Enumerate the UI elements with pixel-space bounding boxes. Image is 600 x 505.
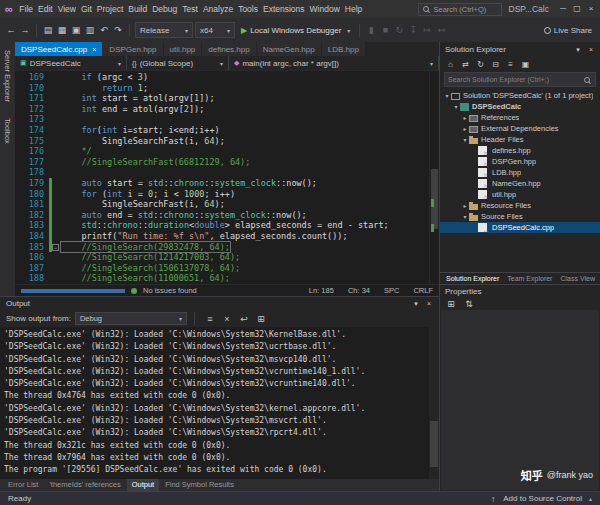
collapse-all-icon[interactable]: ⊟ xyxy=(491,60,500,69)
forward-icon[interactable]: → xyxy=(19,25,31,35)
back-icon[interactable]: ← xyxy=(5,25,17,35)
chevron-down-icon[interactable]: ▾ xyxy=(443,92,451,99)
tree-item-header-files[interactable]: ▾Header Files xyxy=(440,134,600,145)
chevron-down-icon[interactable]: ▾ xyxy=(461,213,469,220)
categorized-icon[interactable]: ⊞ xyxy=(445,299,457,309)
tree-item-external-dependencies[interactable]: ▸External Dependencies xyxy=(440,123,600,134)
tab-ldb-hpp[interactable]: LDB.hpp xyxy=(322,42,365,56)
chevron-right-icon[interactable]: ▸ xyxy=(461,125,469,132)
code-line[interactable]: 170 return 1; xyxy=(15,83,439,94)
maximize-icon[interactable]: ▢ xyxy=(570,1,584,17)
start-debugging-button[interactable]: ▶ Local Windows Debugger ▾ xyxy=(237,26,354,35)
chevron-right-icon[interactable]: ▸ xyxy=(461,114,469,121)
nav-scope-dropdown[interactable]: {} (Global Scope) ▾ xyxy=(127,56,229,70)
window-position-icon[interactable]: ▾ xyxy=(574,46,582,54)
chevron-down-icon[interactable]: ▾ xyxy=(452,103,460,110)
panel-tab-class-view[interactable]: Class View xyxy=(559,273,596,285)
code-line[interactable]: 187 //SingleSearch(1506137078, 64); xyxy=(15,263,439,274)
close-panel-icon[interactable]: × xyxy=(425,300,433,307)
side-tab-server-explorer[interactable]: Server Explorer xyxy=(3,50,12,102)
new-file-icon[interactable]: ▤ xyxy=(42,25,54,35)
save-all-icon[interactable]: ▥ xyxy=(84,25,96,35)
output-source-dropdown[interactable]: Debug ▾ xyxy=(75,312,187,325)
add-to-source-control-button[interactable]: Add to Source Control xyxy=(503,494,582,503)
nav-member-dropdown[interactable]: ◆ main(int argc, char * argv[]) ▾ xyxy=(229,56,439,70)
menu-help[interactable]: Help xyxy=(342,3,364,15)
tree-item-resource-files[interactable]: ▸Resource Files xyxy=(440,200,600,211)
show-all-files-icon[interactable]: ≡ xyxy=(506,60,515,69)
nav-project-dropdown[interactable]: ▣ DSPSeedCalc ▾ xyxy=(15,56,127,70)
messages-icon[interactable]: ≡ xyxy=(204,314,216,324)
column-indicator[interactable]: Ch: 34 xyxy=(348,286,370,295)
chevron-down-icon[interactable]: ▾ xyxy=(461,136,469,143)
menu-test[interactable]: Test xyxy=(180,3,201,15)
spaces-indicator[interactable]: SPC xyxy=(384,286,399,295)
panel-tab-themeids-references[interactable]: 'themeIds' references xyxy=(44,479,125,491)
side-tab-toolbox[interactable]: Toolbox xyxy=(3,118,12,144)
tab-dspgen-hpp[interactable]: DSPGen.hpp xyxy=(103,42,162,56)
home-icon[interactable]: ⌂ xyxy=(446,60,455,69)
menu-debug[interactable]: Debug xyxy=(150,3,180,15)
code-line[interactable]: 188 //SingleSearch(11000651, 64); xyxy=(15,273,439,284)
tab-namegen-hpp[interactable]: NameGen.hpp xyxy=(257,42,321,56)
menu-window[interactable]: Window xyxy=(307,3,342,15)
code-line[interactable]: 175 SingleSearchFast(i, 64); xyxy=(15,136,439,147)
menu-git[interactable]: Git xyxy=(78,3,94,15)
menu-project[interactable]: Project xyxy=(94,3,125,15)
live-share-button[interactable]: Live Share xyxy=(544,26,595,35)
tab-util-hpp[interactable]: util.hpp xyxy=(164,42,202,56)
sync-active-document-icon[interactable]: ▣ xyxy=(521,60,530,69)
minimize-icon[interactable]: ─ xyxy=(556,1,570,17)
menu-extensions[interactable]: Extensions xyxy=(260,3,307,15)
tree-item-source-files[interactable]: ▾Source Files xyxy=(440,211,600,222)
scrollbar-thumb[interactable] xyxy=(430,421,438,467)
tab-dspseedcalc-cpp[interactable]: DSPSeedCalc.cpp× xyxy=(15,42,102,56)
save-icon[interactable]: ▣ xyxy=(70,25,82,35)
switch-views-icon[interactable]: ⇄ xyxy=(461,60,470,69)
solution-explorer-search[interactable]: Search Solution Explorer (Ctrl+;) xyxy=(444,72,596,87)
panel-tab-find-symbol-results[interactable]: Find Symbol Results xyxy=(160,479,239,491)
code-line[interactable]: 180 for (int i = 0; i < 1000; i++) xyxy=(15,189,439,200)
code-line[interactable]: 173 xyxy=(15,114,439,125)
code-line[interactable]: 177 //SingleSearchFast(66812129, 64); xyxy=(15,157,439,168)
code-line[interactable]: 182 auto end = std::chrono::system_clock… xyxy=(15,210,439,221)
code-line[interactable]: 183 std::chrono::duration<double> elapse… xyxy=(15,220,439,231)
code-line[interactable]: 172 int end = atol(argv[2]); xyxy=(15,104,439,115)
menu-view[interactable]: View xyxy=(55,3,78,15)
close-icon[interactable]: × xyxy=(584,1,598,17)
code-line[interactable]: 179 auto start = std::chrono::system_clo… xyxy=(15,178,439,189)
menu-tools[interactable]: Tools xyxy=(236,3,261,15)
code-line[interactable]: 186 //SingleSearch(1214217003, 64); xyxy=(15,252,439,263)
code-editor[interactable]: 169 if (argc < 3)170 return 1;171 int st… xyxy=(15,71,439,284)
menu-edit[interactable]: Edit xyxy=(36,3,56,15)
quick-search-box[interactable]: Search (Ctrl+Q) xyxy=(418,3,502,16)
tab-defines-hpp[interactable]: defines.hpp xyxy=(202,42,255,56)
chevron-right-icon[interactable]: ▸ xyxy=(461,202,469,209)
alphabetical-icon[interactable]: ⇅ xyxy=(463,299,475,309)
code-line[interactable]: 178 xyxy=(15,167,439,178)
code-line[interactable]: 169 if (argc < 3) xyxy=(15,72,439,83)
panel-tab-solution-explorer[interactable]: Solution Explorer xyxy=(445,273,500,285)
output-text-area[interactable]: 'DSPSeedCalc.exe' (Win32): Loaded 'C:\Wi… xyxy=(0,327,439,479)
horizontal-scrollbar[interactable] xyxy=(21,289,125,293)
panel-tab-error-list[interactable]: Error List xyxy=(3,479,43,491)
tree-item-solution-dspseedcalc-1-of-1-project[interactable]: ▾Solution 'DSPSeedCalc' (1 of 1 project) xyxy=(440,90,600,101)
line-ending-indicator[interactable]: CRLF xyxy=(413,286,433,295)
window-position-icon[interactable]: ▾ xyxy=(412,300,420,308)
menu-build[interactable]: Build xyxy=(126,3,150,15)
tree-item-ldb-hpp[interactable]: LDB.hpp xyxy=(440,167,600,178)
clear-all-icon[interactable]: × xyxy=(221,314,233,324)
fold-marker[interactable]: − xyxy=(52,244,59,251)
platform-dropdown[interactable]: x64 ▾ xyxy=(195,22,235,38)
tree-item-dspseedcalc[interactable]: ▾DSPSeedCalc xyxy=(440,101,600,112)
tree-item-dspseedcalc-cpp[interactable]: DSPSeedCalc.cpp xyxy=(440,222,600,233)
word-wrap-icon[interactable]: ↩ xyxy=(238,314,250,324)
menu-analyze[interactable]: Analyze xyxy=(200,3,235,15)
code-line[interactable]: 171 int start = atol(argv[1]); xyxy=(15,93,439,104)
output-scrollbar[interactable] xyxy=(429,327,439,479)
tree-item-namegen-hpp[interactable]: NameGen.hpp xyxy=(440,178,600,189)
tree-item-dspgen-hpp[interactable]: DSPGen.hpp xyxy=(440,156,600,167)
code-line[interactable]: 181 SingleSearchFast(i, 64); xyxy=(15,199,439,210)
code-line[interactable]: 185− //SingleSearch(29832478, 64); xyxy=(15,242,439,253)
pin-output-icon[interactable]: ⊞ xyxy=(255,314,267,324)
